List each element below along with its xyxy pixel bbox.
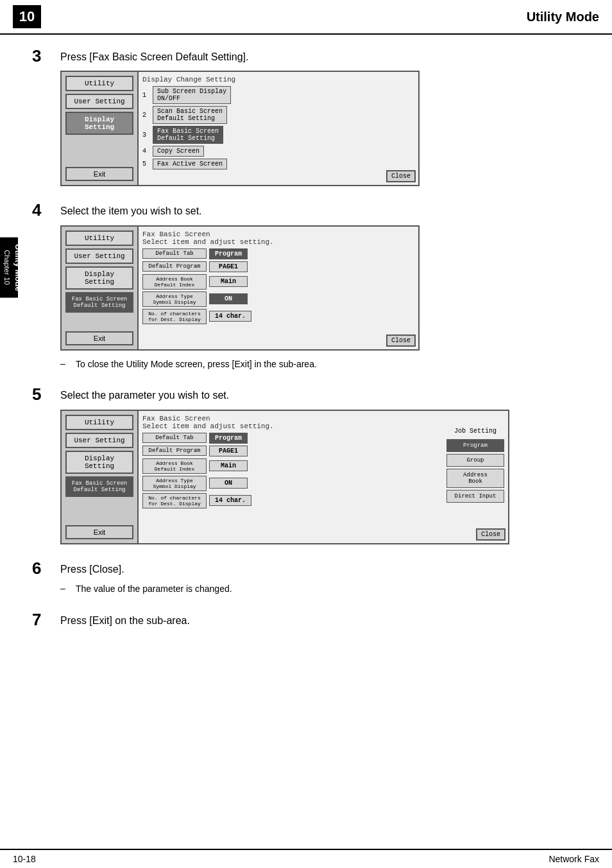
address-book-side-btn[interactable]: AddressBook <box>446 469 504 488</box>
list-item-2[interactable]: 2 Scan Basic ScreenDefault Setting <box>142 106 414 124</box>
close-btn-1[interactable]: Close <box>386 170 416 182</box>
close-btn-3[interactable]: Close <box>476 528 506 541</box>
side-tab: Chapter 10 Utility Mode <box>0 238 18 298</box>
screen-mockup-3: Utility User Setting Display Setting Fax… <box>60 410 509 544</box>
utility-btn-1[interactable]: Utility <box>65 76 133 91</box>
screen-right-2: Fax Basic ScreenSelect item and adjust s… <box>139 227 418 349</box>
group-side-btn[interactable]: Group <box>446 454 504 467</box>
step-5-section: 5 Select the parameter you wish to set. … <box>32 386 586 544</box>
fax-basic-btn-3[interactable]: Fax Basic ScreenDefault Setting <box>65 476 133 497</box>
screen-title-2: Fax Basic ScreenSelect item and adjust s… <box>142 230 414 246</box>
step-3-num: 3 <box>32 48 55 64</box>
screen-right-3: Fax Basic ScreenSelect item and adjust s… <box>139 411 508 543</box>
display-setting-btn-1[interactable]: Display Setting <box>65 112 133 135</box>
step-5-header: 5 Select the parameter you wish to set. <box>32 386 586 403</box>
close-btn-2[interactable]: Close <box>386 334 416 347</box>
grid3-row-1[interactable]: Default Tab Program <box>142 433 443 444</box>
chapter-number: 10 <box>13 5 41 28</box>
step-4-sub: – To close the Utility Mode screen, pres… <box>60 358 586 371</box>
grid3-row-2[interactable]: Default Program PAGE1 <box>142 446 443 456</box>
program-side-btn[interactable]: Program <box>446 439 504 452</box>
grid-row-4[interactable]: Address TypeSymbol Display ON <box>142 291 414 307</box>
step-7-num: 7 <box>32 611 55 628</box>
user-setting-btn-1[interactable]: User Setting <box>65 94 133 109</box>
page-title: Utility Mode <box>527 10 599 24</box>
step-7-section: 7 Press [Exit] on the sub-area. <box>32 611 586 628</box>
side-tab-chapter: Chapter 10 <box>3 250 11 285</box>
step-6-text: Press [Close]. <box>60 560 124 577</box>
exit-btn-1[interactable]: Exit <box>65 167 133 181</box>
page-footer: 10-18 Network Fax <box>0 849 612 868</box>
list-item-5[interactable]: 5 Fax Active Screen <box>142 159 414 169</box>
step-6-sub: – The value of the parameter is changed. <box>60 583 586 596</box>
grid-row-3[interactable]: Address BookDefault Index Main <box>142 274 414 290</box>
screen-left-2: Utility User Setting Display Setting Fax… <box>62 227 139 349</box>
main-content: 3 Press [Fax Basic Screen Default Settin… <box>0 35 612 656</box>
grid-row-2[interactable]: Default Program PAGE1 <box>142 261 414 272</box>
footer-title: Network Fax <box>548 854 599 864</box>
user-setting-btn-2[interactable]: User Setting <box>65 248 133 264</box>
step-3-text: Press [Fax Basic Screen Default Setting]… <box>60 48 248 64</box>
screen-left-3: Utility User Setting Display Setting Fax… <box>62 411 139 543</box>
sub-step-text-6: The value of the parameter is changed. <box>76 583 232 596</box>
screen-right-side-3: Job Setting Program Group AddressBook Di… <box>446 415 504 539</box>
utility-btn-3[interactable]: Utility <box>65 415 133 430</box>
exit-btn-3[interactable]: Exit <box>65 525 133 539</box>
step-7-header: 7 Press [Exit] on the sub-area. <box>32 611 586 628</box>
screen-mockup-2: Utility User Setting Display Setting Fax… <box>60 225 420 351</box>
step-4-header: 4 Select the item you wish to set. <box>32 202 586 218</box>
screen-grid-3: Default Tab Program Default Program PAGE… <box>142 433 443 508</box>
step-6-section: 6 Press [Close]. – The value of the para… <box>32 560 586 596</box>
utility-btn-2[interactable]: Utility <box>65 230 133 246</box>
grid3-row-3[interactable]: Address BookDefault Index Main <box>142 458 443 474</box>
screen-right-1: Display Change Setting 1 Sub Screen Disp… <box>139 72 418 185</box>
step-4-num: 4 <box>32 202 55 218</box>
grid-row-1[interactable]: Default Tab Program <box>142 248 414 259</box>
screen-title-1: Display Change Setting <box>142 76 414 83</box>
step-6-header: 6 Press [Close]. <box>32 560 586 577</box>
user-setting-btn-3[interactable]: User Setting <box>65 433 133 448</box>
fax-basic-btn-2[interactable]: Fax Basic ScreenDefault Setting <box>65 292 133 313</box>
list-item-3[interactable]: 3 Fax Basic ScreenDefault Setting <box>142 126 414 144</box>
side-tab-mode: Utility Mode <box>13 244 23 291</box>
step-5-num: 5 <box>32 386 55 403</box>
screen-right-main-3: Fax Basic ScreenSelect item and adjust s… <box>142 415 443 539</box>
sub-step-text-4: To close the Utility Mode screen, press … <box>76 358 317 371</box>
step-4-section: 4 Select the item you wish to set. Utili… <box>32 202 586 370</box>
grid3-row-4[interactable]: Address TypeSymbol Display ON <box>142 476 443 491</box>
list-item-4[interactable]: 4 Copy Screen <box>142 146 414 157</box>
step-3-section: 3 Press [Fax Basic Screen Default Settin… <box>32 48 586 186</box>
display-setting-btn-2[interactable]: Display Setting <box>65 266 133 290</box>
footer-page-num: 10-18 <box>13 854 36 864</box>
grid3-row-5[interactable]: No. of charactersfor Dest. Display 14 ch… <box>142 493 443 508</box>
step-3-header: 3 Press [Fax Basic Screen Default Settin… <box>32 48 586 64</box>
list-item-1[interactable]: 1 Sub Screen DisplayON/OFF <box>142 86 414 104</box>
step-7-text: Press [Exit] on the sub-area. <box>60 611 190 628</box>
screen-title-3: Fax Basic ScreenSelect item and adjust s… <box>142 415 443 430</box>
screen-grid-2: Default Tab Program Default Program PAGE… <box>142 248 414 324</box>
step-6-num: 6 <box>32 560 55 577</box>
step-4-text: Select the item you wish to set. <box>60 202 202 218</box>
exit-btn-2[interactable]: Exit <box>65 331 133 345</box>
display-setting-btn-3[interactable]: Display Setting <box>65 451 133 474</box>
direct-input-side-btn[interactable]: Direct Input <box>446 490 504 503</box>
screen-left-1: Utility User Setting Display Setting Exi… <box>62 72 139 185</box>
screen-mockup-1: Utility User Setting Display Setting Exi… <box>60 71 420 186</box>
step-5-text: Select the parameter you wish to set. <box>60 386 229 403</box>
page-header: 10 Utility Mode <box>0 0 612 35</box>
grid-row-5[interactable]: No. of charactersfor Dest. Display 14 ch… <box>142 309 414 324</box>
job-setting-label: Job Setting <box>446 428 504 435</box>
